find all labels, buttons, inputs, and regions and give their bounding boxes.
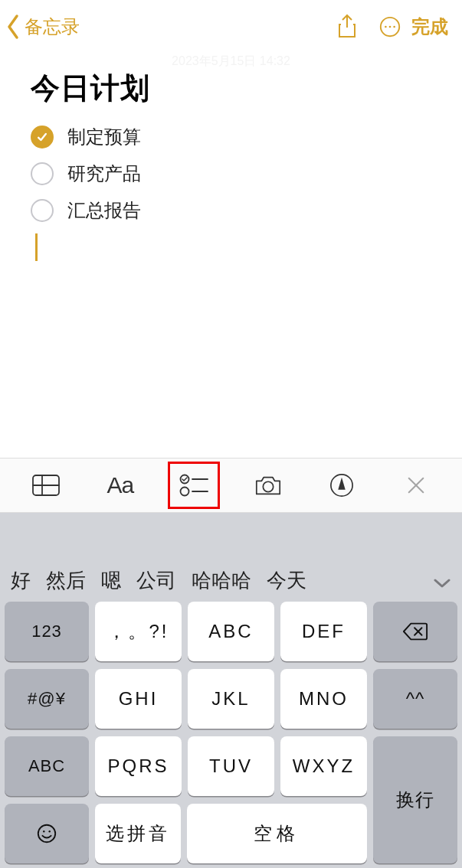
close-keyboard-button[interactable]	[391, 462, 441, 508]
suggestion-item[interactable]: 公司	[136, 567, 176, 594]
suggestion-item[interactable]: 然后	[46, 567, 86, 594]
suggestion-item[interactable]: 好	[11, 567, 31, 594]
checklist-item[interactable]: 研究产品	[31, 155, 442, 192]
checklist-item-text[interactable]: 汇总报告	[67, 198, 141, 223]
key-backspace[interactable]	[373, 602, 457, 661]
key-face[interactable]: ^^	[373, 669, 457, 729]
checklist-button[interactable]	[169, 462, 219, 508]
key-symbols[interactable]: #@¥	[5, 669, 89, 729]
key-tuv[interactable]: TUV	[188, 736, 274, 796]
key-punct[interactable]: ，。?!	[95, 602, 182, 661]
more-button[interactable]	[369, 10, 411, 44]
checklist-item[interactable]: 制定预算	[31, 119, 442, 155]
checklist: 制定预算 研究产品 汇总报告	[31, 119, 442, 229]
checklist-icon	[179, 473, 209, 498]
key-return[interactable]: 换行	[373, 736, 457, 863]
key-abc[interactable]: ABC	[188, 602, 274, 661]
camera-icon	[254, 473, 283, 498]
key-wxyz[interactable]: WXYZ	[280, 736, 367, 796]
markup-button[interactable]	[316, 462, 367, 508]
checklist-item-text[interactable]: 制定预算	[67, 125, 141, 149]
close-icon	[406, 475, 426, 495]
checkbox-unchecked-icon[interactable]	[31, 199, 54, 222]
camera-button[interactable]	[243, 462, 293, 508]
key-def[interactable]: DEF	[280, 602, 367, 661]
key-pinyin[interactable]: 选拼音	[95, 804, 181, 863]
suggestion-item[interactable]: 嗯	[101, 567, 121, 594]
svg-point-2	[389, 26, 392, 28]
back-label: 备忘录	[25, 15, 80, 39]
back-button[interactable]: 备忘录	[5, 13, 80, 41]
table-button[interactable]	[21, 462, 71, 508]
checkbox-checked-icon[interactable]	[31, 126, 54, 148]
markup-icon	[329, 473, 354, 498]
key-emoji[interactable]	[5, 804, 89, 863]
key-space[interactable]: 空格	[187, 804, 367, 863]
suggestion-item[interactable]: 今天	[267, 567, 306, 594]
chevron-left-icon	[5, 13, 23, 41]
aa-icon: Aa	[106, 472, 133, 498]
nav-bar: 备忘录 完成	[0, 0, 462, 54]
key-jkl[interactable]: JKL	[188, 669, 274, 729]
keyboard: 好 然后 嗯 公司 哈哈哈 今天 123 ，。?! ABC DEF #@¥ GH	[0, 513, 462, 868]
note-content[interactable]: 2023年5月15日 14:32 今日计划 制定预算 研究产品 汇总报告	[0, 54, 462, 458]
svg-point-9	[181, 488, 189, 496]
svg-point-18	[43, 830, 44, 832]
svg-point-1	[385, 26, 387, 28]
key-abc-mode[interactable]: ABC	[5, 736, 89, 796]
suggestion-bar: 好 然后 嗯 公司 哈哈哈 今天	[0, 513, 462, 602]
svg-point-11	[263, 481, 273, 491]
key-123[interactable]: 123	[5, 602, 89, 661]
checklist-item-text[interactable]: 研究产品	[67, 162, 141, 186]
ellipsis-circle-icon	[378, 15, 401, 38]
svg-point-17	[38, 825, 55, 842]
suggestion-item[interactable]: 哈哈哈	[192, 567, 251, 594]
key-mno[interactable]: MNO	[280, 669, 367, 729]
suggestion-expand-button[interactable]	[433, 570, 451, 594]
emoji-icon	[36, 823, 57, 844]
svg-point-3	[393, 26, 395, 28]
checklist-item[interactable]: 汇总报告	[31, 192, 442, 229]
table-icon	[31, 474, 61, 497]
format-toolbar: Aa	[0, 458, 462, 513]
key-ghi[interactable]: GHI	[95, 669, 182, 729]
note-timestamp: 2023年5月15日 14:32	[0, 54, 462, 70]
chevron-down-icon	[433, 578, 451, 589]
share-button[interactable]	[326, 10, 369, 44]
note-title[interactable]: 今日计划	[31, 69, 442, 108]
checkbox-unchecked-icon[interactable]	[31, 162, 54, 185]
key-pqrs[interactable]: PQRS	[95, 736, 182, 796]
text-cursor	[35, 233, 38, 261]
text-format-button[interactable]: Aa	[95, 462, 146, 508]
svg-point-19	[49, 830, 51, 832]
done-button[interactable]: 完成	[411, 15, 454, 39]
backspace-icon	[402, 622, 428, 641]
share-icon	[336, 14, 359, 40]
